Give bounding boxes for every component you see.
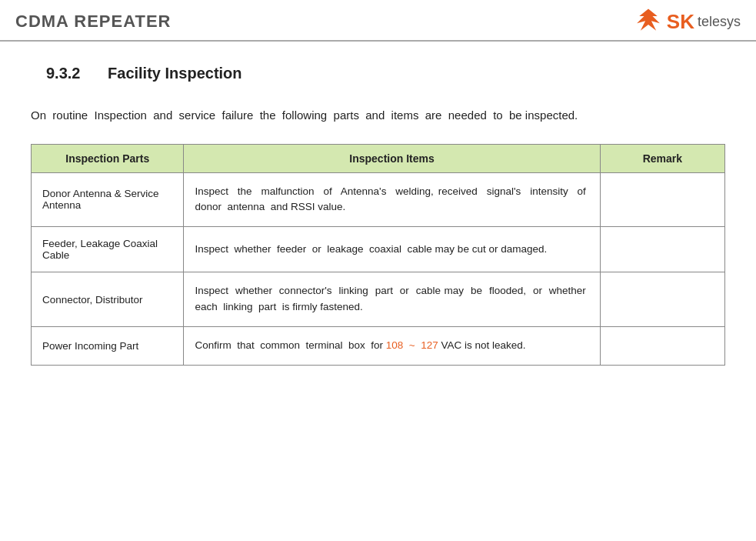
- intro-paragraph: On routine Inspection and service failur…: [31, 105, 725, 125]
- table-row: Feeder, Leakage Coaxial Cable Inspect wh…: [32, 227, 725, 272]
- svg-marker-0: [637, 9, 660, 31]
- remark-cell-3: [600, 272, 724, 327]
- items-cell-3: Inspect whether connector's linking part…: [184, 272, 600, 327]
- remark-cell-4: [600, 327, 724, 366]
- logo-telesys-text: telesys: [698, 14, 741, 30]
- sk-bird-logo: [633, 8, 664, 35]
- section-title: 9.3.2 Facility Inspection: [46, 65, 725, 82]
- section-number: 9.3.2: [46, 65, 80, 82]
- logo-sk-text: SK: [667, 10, 694, 34]
- items-cell-4: Confirm that common terminal box for 108…: [184, 327, 600, 366]
- items-cell-2: Inspect whether feeder or leakage coaxia…: [184, 227, 600, 272]
- page-header: CDMA REPEATER SK telesys: [0, 0, 756, 42]
- section-title-text: Facility Inspection: [108, 65, 241, 82]
- col-header-remark: Remark: [600, 144, 724, 172]
- remark-cell-2: [600, 227, 724, 272]
- table-row: Power Incoming Part Confirm that common …: [32, 327, 725, 366]
- parts-cell-4: Power Incoming Part: [32, 327, 184, 366]
- table-row: Donor Antenna & Service Antenna Inspect …: [32, 172, 725, 227]
- logo-container: SK telesys: [633, 8, 741, 35]
- parts-cell-1: Donor Antenna & Service Antenna: [32, 172, 184, 227]
- main-content: 9.3.2 Facility Inspection On routine Ins…: [0, 42, 756, 389]
- col-header-parts: Inspection Parts: [32, 144, 184, 172]
- parts-cell-3: Connector, Distributor: [32, 272, 184, 327]
- parts-cell-2: Feeder, Leakage Coaxial Cable: [32, 227, 184, 272]
- items-cell-1: Inspect the malfunction of Antenna's wel…: [184, 172, 600, 227]
- remark-cell-1: [600, 172, 724, 227]
- header-title: CDMA REPEATER: [15, 12, 171, 32]
- col-header-items: Inspection Items: [184, 144, 600, 172]
- table-header-row: Inspection Parts Inspection Items Remark: [32, 144, 725, 172]
- inspection-table: Inspection Parts Inspection Items Remark…: [31, 144, 725, 366]
- table-row: Connector, Distributor Inspect whether c…: [32, 272, 725, 327]
- highlight-voltage: 108 ~ 127: [386, 339, 438, 351]
